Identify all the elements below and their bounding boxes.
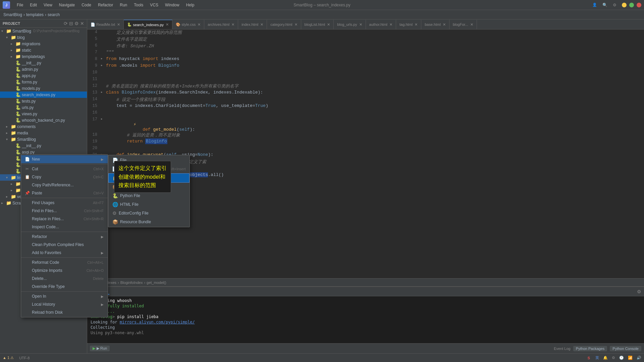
menu-refactor[interactable]: Refactor [97, 2, 114, 8]
context-menu-item-find-usages[interactable]: Find Usages Alt+F7 [21, 199, 108, 207]
tree-item-blog[interactable]: ▾ 📁 blog [0, 34, 87, 41]
submenu-python-file[interactable]: 🐍 Python File [108, 191, 190, 200]
close-tab-bloglist[interactable]: ✕ [327, 22, 330, 27]
tab-readme[interactable]: 📄 ReadMe.txt ✕ [87, 20, 124, 29]
menu-navigate[interactable]: Navigate [58, 2, 76, 8]
tree-item-appspy[interactable]: ▸ 🐍 apps.py [0, 72, 87, 79]
tree-item-formspy[interactable]: ▸ 🐍 forms.py [0, 79, 87, 85]
code-breadcrumb-class[interactable]: BloginfoIndex [120, 281, 143, 285]
context-menu-item-clean[interactable]: Clean Python Compiled Files [21, 241, 108, 249]
menu-edit[interactable]: Edit [29, 2, 38, 8]
close-tab-base[interactable]: ✕ [443, 22, 446, 27]
tree-item-comments[interactable]: ▸ 📁 comments [0, 123, 87, 130]
tree-item-testspy[interactable]: ▸ 🐍 tests.py [0, 98, 87, 104]
terminal-content[interactable]: Installing whoosh Successfully installed… [87, 296, 644, 343]
close-button[interactable] [637, 3, 641, 7]
terminal-settings-icon[interactable]: ⚙ [637, 289, 641, 294]
sidebar-sync-icon[interactable]: ⟳ [64, 21, 68, 26]
tree-item-urlspy[interactable]: ▸ 🐍 urls.py [0, 104, 87, 111]
tab-blogfor[interactable]: blogFor... ✕ [449, 20, 477, 29]
context-menu-item-inspect[interactable]: Inspect Code... [21, 223, 108, 231]
menu-vcs[interactable]: VCS [149, 2, 160, 8]
context-menu-item-reload[interactable]: Reload from Disk [21, 308, 108, 316]
tab-tag[interactable]: tag.html ✕ [396, 20, 421, 29]
context-menu-item-refactor[interactable]: Refactor ▶ [21, 233, 108, 241]
python-packages-tab[interactable]: Python Packages [573, 346, 607, 351]
tree-item-migrations[interactable]: ▸ 📁 migrations [0, 41, 87, 47]
tab-archives[interactable]: archives.html ✕ [204, 20, 238, 29]
tree-item-adminpy[interactable]: ▸ 🐍 admin.py [0, 66, 87, 72]
tree-item-modelspy[interactable]: ▸ 🐍 models.py [0, 85, 87, 92]
tree-item-whoosh[interactable]: ▸ 🐍 whoosh_backend_cn.py [0, 117, 87, 123]
close-tab-author[interactable]: ✕ [389, 22, 392, 27]
status-notif2[interactable]: ⚙ [612, 356, 615, 360]
context-menu-item-copypath[interactable]: Copy Path/Reference... [21, 181, 108, 189]
tree-item-smartblog-inner[interactable]: ▾ 📁 SmartBlog [0, 136, 87, 142]
breadcrumb-templates[interactable]: templates [26, 12, 44, 17]
tree-item-smartblog-root[interactable]: ▾ 📁 SmartBlog D:\PycharmProjects\SmartBl… [0, 28, 87, 34]
context-menu-item-optimize-imports[interactable]: Optimize Imports Ctrl+Alt+O [21, 266, 108, 275]
context-menu-item-paste[interactable]: 📌 Paste Ctrl+V [21, 189, 108, 197]
close-tab-index[interactable]: ✕ [260, 22, 263, 27]
close-tab-archives[interactable]: ✕ [231, 22, 234, 27]
settings-icon[interactable]: ⚙ [613, 3, 616, 7]
submenu-editorconfig[interactable]: ⚙ EditorConfig File [108, 209, 190, 218]
menu-window[interactable]: Window [164, 2, 181, 8]
context-menu-item-override-type[interactable]: Override File Type [21, 283, 108, 291]
tab-base[interactable]: base.html ✕ [421, 20, 449, 29]
tab-bloglist[interactable]: blogList.html ✕ [301, 20, 334, 29]
status-lang[interactable]: 英 [595, 355, 599, 360]
context-menu-item-reformat[interactable]: Reformat Code Ctrl+Alt+L [21, 258, 108, 266]
maximize-button[interactable] [629, 3, 634, 7]
menu-run[interactable]: Run [118, 2, 128, 8]
tree-item-templatetags[interactable]: ▸ 📁 templatetags [0, 53, 87, 60]
context-menu-item-local-history[interactable]: Local History ▶ [21, 300, 108, 308]
menu-view[interactable]: View [42, 2, 54, 8]
python-console-tab[interactable]: Python Console [610, 346, 641, 351]
status-warnings[interactable]: ▲ 1 ⚠ [3, 356, 14, 360]
context-menu-item-favorites[interactable]: Add to Favorites ▶ [21, 249, 108, 257]
breadcrumb-search[interactable]: search [48, 12, 60, 17]
tree-item-init[interactable]: ▸ 🐍 __init__.py [0, 60, 87, 66]
tab-blogurls[interactable]: blog_urls.py ✕ [334, 20, 366, 29]
context-menu-item-cut[interactable]: ✂ Cut Ctrl+X [21, 165, 108, 173]
close-tab-category[interactable]: ✕ [294, 22, 298, 27]
context-menu-item-copy[interactable]: 📋 Copy Ctrl+C [21, 173, 108, 181]
tab-author[interactable]: author.html ✕ [366, 20, 396, 29]
sidebar-collapse-icon[interactable]: ⊟ [69, 21, 73, 26]
tree-item-media[interactable]: ▸ 📁 media [0, 130, 87, 136]
breadcrumb-smartblog[interactable]: SmartBlog [3, 12, 22, 17]
close-tab-search-indexes[interactable]: ✕ [166, 22, 169, 27]
terminal-event-log[interactable]: Event Log [554, 347, 571, 351]
run-button[interactable]: ▶ ▶ Run [90, 346, 110, 351]
sidebar-close-icon[interactable]: ✕ [80, 21, 84, 26]
menu-help[interactable]: Help [185, 2, 196, 8]
status-encoding[interactable]: UTF-8 [19, 356, 30, 360]
minimize-button[interactable] [622, 3, 627, 7]
tab-index[interactable]: index.html ✕ [238, 20, 267, 29]
user-icon[interactable]: 👤 [592, 3, 597, 7]
submenu-resource-bundle[interactable]: 📦 Resource Bundle [108, 218, 190, 226]
tree-item-static[interactable]: ▸ 📁 static [0, 47, 87, 53]
tree-item-viewspy[interactable]: ▸ 🐍 views.py [0, 111, 87, 117]
code-editor[interactable]: 4 定义搜索引擎索要找我的内容范围 5 文件名字是固定 6 作者: Sniper… [87, 29, 644, 278]
tree-item-search-indexes[interactable]: ▸ 🐍 search_indexes.py [0, 92, 87, 98]
close-tab-blogurls[interactable]: ✕ [359, 22, 362, 27]
tree-item-init2[interactable]: ▸ 🐍 __init__.py [0, 142, 87, 149]
tab-category[interactable]: category.html ✕ [267, 20, 301, 29]
status-notif1[interactable]: 🔔 [603, 356, 608, 360]
menu-code[interactable]: Code [80, 2, 93, 8]
tab-style-css[interactable]: 🎨 style.css ✕ [172, 20, 204, 29]
close-tab-tag[interactable]: ✕ [415, 22, 418, 27]
context-menu-item-new[interactable]: 📄 New ▶ [21, 155, 108, 163]
close-tab-readme[interactable]: ✕ [117, 22, 120, 27]
context-menu-item-find-files[interactable]: Find in Files... Ctrl+Shift+F [21, 207, 108, 215]
code-breadcrumb-method[interactable]: get_model() [147, 281, 166, 285]
submenu-html-file[interactable]: 🌐 HTML File [108, 200, 190, 209]
close-tab-style[interactable]: ✕ [198, 22, 201, 27]
context-menu-item-delete[interactable]: Delete... Delete [21, 275, 108, 283]
search-everywhere-icon[interactable]: 🔍 [602, 3, 607, 7]
close-tab-blogfor[interactable]: ✕ [470, 22, 473, 27]
menu-tools[interactable]: Tools [132, 2, 145, 8]
menu-file[interactable]: File [15, 2, 24, 8]
